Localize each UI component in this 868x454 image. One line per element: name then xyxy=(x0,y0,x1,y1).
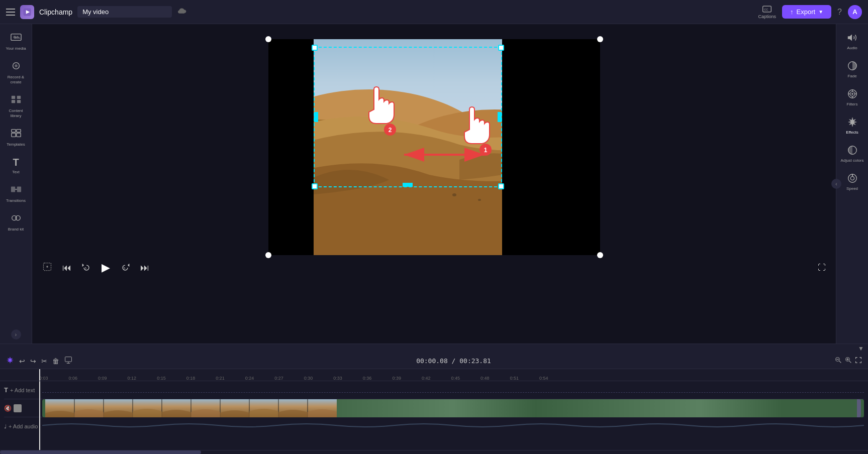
export-label: Export xyxy=(797,8,816,16)
canvas-wrapper: Done ✓ ↩ xyxy=(268,39,600,255)
crop-handle-mid-left[interactable] xyxy=(314,112,318,122)
crop-handle-tl[interactable] xyxy=(265,36,271,42)
audio-track-label: ♩ + Add audio xyxy=(4,423,39,430)
mute-button[interactable]: 🔇 xyxy=(4,405,12,412)
svg-text:5: 5 xyxy=(85,267,86,270)
text-track-row: T + Add text xyxy=(4,381,864,399)
video-thumb xyxy=(14,404,22,412)
sidebar-item-transitions[interactable]: Transitions xyxy=(2,180,30,207)
zoom-out-button[interactable] xyxy=(835,357,842,365)
right-item-speed[interactable]: Speed xyxy=(838,169,866,195)
crop-corner-tr[interactable] xyxy=(498,45,504,51)
hamburger-menu[interactable] xyxy=(6,9,15,16)
right-item-fade[interactable]: Fade xyxy=(838,56,866,82)
sidebar-label-your-media: Your media xyxy=(6,46,26,51)
audio-label: Audio xyxy=(847,46,857,50)
svg-line-59 xyxy=(839,361,841,363)
sidebar-item-your-media[interactable]: Your media xyxy=(2,28,30,55)
timeline-ruler: 0:03 0:06 0:09 0:12 0:15 0:18 0:21 0:24 … xyxy=(0,369,868,381)
avatar: A xyxy=(848,5,862,19)
crop-handle-br[interactable] xyxy=(597,252,603,258)
collapse-sidebar-button[interactable]: ‹ xyxy=(831,179,841,189)
text-track-empty xyxy=(42,392,864,393)
undo-button[interactable]: ↩ xyxy=(19,357,25,365)
fade-label: Fade xyxy=(847,74,856,78)
sidebar-item-text[interactable]: T Text xyxy=(2,153,30,178)
help-icon[interactable]: ? xyxy=(837,8,842,17)
crop-handle-tr[interactable] xyxy=(597,36,603,42)
svg-point-26 xyxy=(452,193,456,196)
expand-timeline-button[interactable] xyxy=(855,357,862,365)
delete-button[interactable]: 🗑 xyxy=(52,357,59,365)
svg-line-62 xyxy=(849,361,851,363)
app-name: Clipchamp xyxy=(39,8,72,16)
effects-icon xyxy=(847,117,858,129)
captions-button[interactable]: CC Captions xyxy=(758,5,777,19)
topbar: Clipchamp CC Captions ↑ Export ▼ ? A xyxy=(0,0,868,24)
timeline-tracks: T + Add text 🔇 xyxy=(0,381,868,450)
cut-button[interactable]: ✂ xyxy=(41,357,47,365)
right-item-adjust-colors[interactable]: Adjust colors xyxy=(838,141,866,167)
svg-rect-14 xyxy=(16,130,20,133)
export-frame-button[interactable] xyxy=(64,356,72,366)
main-area: Your media Record & create Content libra… xyxy=(0,24,868,344)
sidebar-expand-button[interactable]: › xyxy=(11,329,21,339)
track-end-handle[interactable] xyxy=(857,399,861,417)
right-item-effects[interactable]: Effects xyxy=(838,112,866,139)
play-button[interactable]: ▶ xyxy=(102,261,110,274)
crop-handle-mid-right[interactable] xyxy=(498,112,502,122)
add-text-button[interactable]: + Add text xyxy=(10,387,35,393)
adjust-colors-icon xyxy=(847,145,858,157)
crop-mode-button[interactable] xyxy=(42,262,52,274)
right-item-audio[interactable]: Audio xyxy=(838,28,866,54)
svg-rect-11 xyxy=(11,100,15,103)
skip-to-end-button[interactable]: ⏭ xyxy=(140,263,149,273)
export-button[interactable]: ↑ Export ▼ xyxy=(782,5,831,19)
skip-to-start-button[interactable]: ⏮ xyxy=(62,263,71,273)
fullscreen-button[interactable]: ⛶ xyxy=(818,263,826,272)
svg-rect-15 xyxy=(11,133,15,137)
speed-label: Speed xyxy=(846,186,858,191)
forward-button[interactable]: 5 xyxy=(120,263,130,273)
auto-button[interactable] xyxy=(6,356,14,366)
redo-button[interactable]: ↪ xyxy=(30,357,36,365)
svg-point-46 xyxy=(851,93,853,95)
cloud-save-icon xyxy=(177,7,187,17)
brand-kit-icon xyxy=(11,213,22,225)
timeline-dropdown-arrow[interactable]: ▼ xyxy=(858,345,864,352)
sidebar-label-content-library: Content library xyxy=(4,108,28,118)
your-media-icon xyxy=(11,32,22,45)
ruler-marks-container: 0:03 0:06 0:09 0:12 0:15 0:18 0:21 0:24 … xyxy=(39,369,868,381)
rewind-button[interactable]: 5 xyxy=(81,263,91,273)
svg-text:5: 5 xyxy=(124,267,125,270)
playhead[interactable] xyxy=(39,369,40,381)
sidebar-item-templates[interactable]: Templates xyxy=(2,124,30,151)
timeline-scrollbar[interactable] xyxy=(0,450,868,454)
crop-handle-mid-bottom[interactable] xyxy=(403,183,413,187)
svg-text:CC: CC xyxy=(764,8,768,11)
crop-corner-tl[interactable] xyxy=(312,45,318,51)
crop-corner-bl[interactable] xyxy=(312,183,318,189)
speed-icon xyxy=(847,173,858,185)
playback-controls: ⏮ 5 ▶ 5 ⏭ ⛶ xyxy=(32,255,836,280)
svg-rect-9 xyxy=(11,96,15,99)
sidebar-item-brand-kit[interactable]: Brand kit xyxy=(2,209,30,236)
app-logo xyxy=(20,5,34,19)
right-item-filters[interactable]: Filters xyxy=(838,84,866,110)
fade-icon xyxy=(847,60,858,72)
sidebar-label-transitions: Transitions xyxy=(6,198,26,203)
add-audio-button[interactable]: + Add audio xyxy=(9,423,38,429)
crop-handle-bl[interactable] xyxy=(265,252,271,258)
scrollbar-thumb[interactable] xyxy=(0,450,201,454)
add-audio-label: + Add audio xyxy=(9,423,38,429)
sidebar-item-content-library[interactable]: Content library xyxy=(2,90,30,122)
crop-corner-br[interactable] xyxy=(498,183,504,189)
svg-rect-29 xyxy=(502,39,600,255)
video-track-content[interactable] xyxy=(42,399,864,417)
content-library-icon xyxy=(11,94,22,107)
sidebar-label-templates: Templates xyxy=(7,142,25,147)
sidebar-item-record[interactable]: Record & create xyxy=(2,57,30,88)
video-title-input[interactable] xyxy=(77,6,172,18)
video-track-label: 🔇 xyxy=(4,404,39,412)
zoom-in-button[interactable] xyxy=(845,357,852,365)
